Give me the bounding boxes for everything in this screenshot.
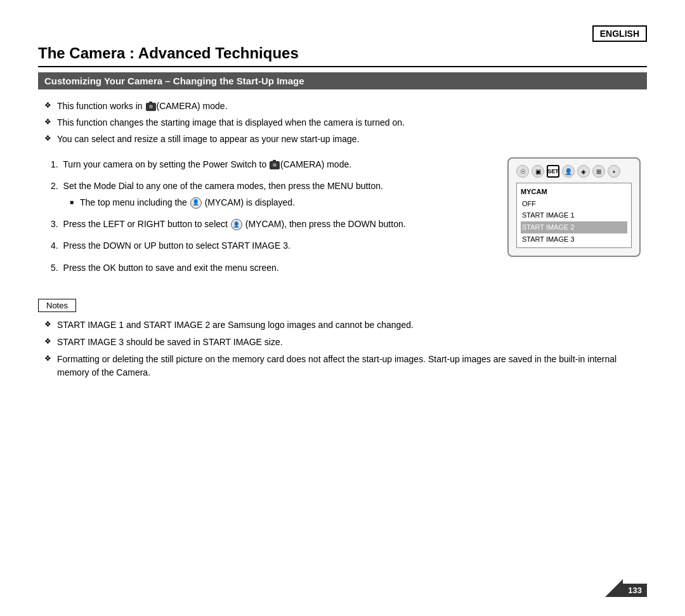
cam-menu-start1: START IMAGE 1 [521,209,627,221]
step-num-3: 3. [51,219,58,229]
step-2: 2. Set the Mode Dial to any one of the c… [44,179,495,209]
page-num-box: 133 [623,584,647,597]
step-2-sub: The top menu including the 👤 (MYCAM) is … [51,196,495,209]
cam-icon-set: SET [547,165,559,178]
diagram-area: ☉ ▣ SET 👤 ◈ ⊞ ▪ MYCAM OFF START IMAGE 1 … [507,157,647,286]
camera-icon-1 [146,103,156,111]
cam-icon-mode: ▣ [532,165,544,178]
notes-box: Notes START IMAGE 1 and START IMAGE 2 ar… [38,299,647,379]
cam-icon-grid: ⊞ [592,165,605,178]
intro-bullet-2: This function changes the starting image… [44,116,647,129]
cam-icon-person: 👤 [562,165,575,178]
step-3: 3. Press the LEFT or RIGHT button to sel… [44,217,495,231]
step-num-5: 5. [51,263,58,273]
note-2: START IMAGE 3 should be saved in START I… [44,336,647,349]
cam-menu-title: MYCAM [521,186,627,198]
page-title: The Camera : Advanced Techniques [38,44,647,67]
step-2-sub-item: The top menu including the 👤 (MYCAM) is … [70,196,495,209]
step-num-2: 2. [51,181,58,191]
intro-bullets: This function works in (CAMERA) mode. Th… [38,100,647,146]
camera-menu-diagram: ☉ ▣ SET 👤 ◈ ⊞ ▪ MYCAM OFF START IMAGE 1 … [507,157,641,257]
cam-menu-off: OFF [521,198,627,210]
page-num-triangle [605,579,623,597]
intro-bullet-3: You can select and resize a still image … [44,133,647,146]
note-1: START IMAGE 1 and START IMAGE 2 are Sams… [44,318,647,332]
page-num-corner: 133 [605,579,647,597]
page-number-area: 133 [605,579,647,597]
section-heading: Customizing Your Camera – Changing the S… [38,72,647,89]
step-5: 5. Press the OK button to save and exit … [44,261,495,275]
note-3: Formatting or deleting the still picture… [44,353,647,379]
step-4: 4. Press the DOWN or UP button to select… [44,239,495,252]
mycam-icon-step2: 👤 [190,197,202,209]
english-badge: ENGLISH [592,25,647,42]
mycam-icon-step3: 👤 [231,219,242,230]
cam-menu-start2: START IMAGE 2 [521,221,627,233]
page-container: ENGLISH The Camera : Advanced Techniques… [0,0,685,616]
cam-icon-sun: ☉ [516,165,529,178]
notes-list: START IMAGE 1 and START IMAGE 2 are Sams… [38,318,647,379]
steps-list: 1. Turn your camera on by setting the Po… [38,157,495,275]
intro-bullet-1: This function works in (CAMERA) mode. [44,100,647,113]
notes-label: Notes [38,299,76,312]
step-num-1: 1. [51,159,58,169]
step-1: 1. Turn your camera on by setting the Po… [44,157,495,171]
steps-area: 1. Turn your camera on by setting the Po… [38,157,495,286]
cam-icon-arrow: ◈ [577,165,590,178]
cam-menu-box: MYCAM OFF START IMAGE 1 START IMAGE 2 ST… [516,183,632,248]
step-num-4: 4. [51,240,58,251]
camera-icon-step1 [270,161,280,169]
cam-menu-start3: START IMAGE 3 [521,233,627,246]
cam-icon-misc: ▪ [608,165,620,178]
content-with-diagram: 1. Turn your camera on by setting the Po… [38,157,647,286]
cam-icons-row: ☉ ▣ SET 👤 ◈ ⊞ ▪ [516,165,632,178]
